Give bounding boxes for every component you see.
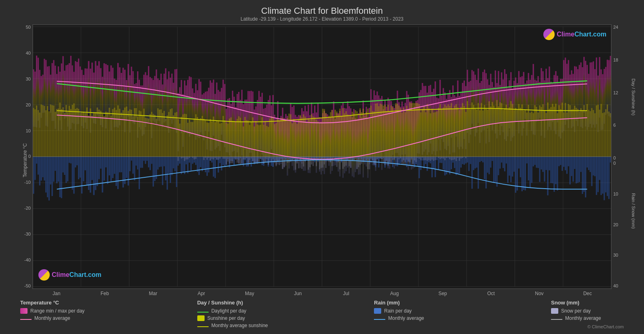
- y-right-tick-r40: 40: [613, 284, 618, 288]
- legend-temperature-title: Temperature °C: [20, 300, 93, 306]
- x-month-aug: Aug: [370, 291, 418, 296]
- y-tick-50: 50: [26, 25, 31, 30]
- legend-snow-swatch: Snow per day: [551, 308, 624, 314]
- legend-rain-avg-line: [374, 319, 385, 320]
- y-tick-m20: -20: [24, 206, 31, 211]
- y-axis-right-label-sunshine: Day / Sunshine (h): [631, 79, 636, 115]
- x-month-jul: Jul: [322, 291, 370, 296]
- legend-rain-swatch: Rain per day: [374, 308, 447, 314]
- chart-logo-topright: ClimeChart.com: [543, 29, 606, 40]
- y-tick-10: 10: [26, 129, 31, 133]
- y-tick-30: 30: [26, 77, 31, 81]
- legend-sunshine-avg-label: Monthly average sunshine: [211, 323, 268, 328]
- x-month-jun: Jun: [274, 291, 322, 296]
- legend-sunshine-avg: Monthly average sunshine: [197, 323, 270, 328]
- x-month-mar: Mar: [129, 291, 177, 296]
- x-month-jan: Jan: [32, 291, 80, 296]
- legend-rain-title: Rain (mm): [374, 300, 447, 306]
- y-right-tick-r0: 0: [613, 161, 616, 166]
- chart-logo-bottomleft: ClimeChart.com: [38, 269, 101, 281]
- x-month-sep: Sep: [418, 291, 467, 296]
- legend-daylight-line: [197, 312, 209, 313]
- legend-daylight: Daylight per day: [197, 308, 270, 314]
- y-right-tick-0: 0: [613, 156, 616, 160]
- legend-rain-swatch-label: Rain per day: [384, 308, 412, 314]
- legend-snow: Snow (mm) Snow per day Monthly average ©…: [551, 300, 624, 330]
- y-right-tick-24: 24: [613, 25, 618, 30]
- y-axis-right-label-rain: Rain / Snow (mm): [631, 193, 636, 229]
- legend-rain: Rain (mm) Rain per day Monthly average: [374, 300, 447, 330]
- y-tick-m30: -30: [24, 232, 31, 236]
- legend-sunshine-swatch: Sunshine per day: [197, 315, 270, 321]
- y-right-tick-r10: 10: [613, 192, 618, 196]
- legend-snow-swatch-box: [551, 308, 558, 314]
- y-tick-20: 20: [26, 103, 31, 107]
- y-right-tick-12: 12: [613, 91, 618, 95]
- logo-icon: [543, 29, 555, 40]
- y-tick-m50: -50: [24, 284, 31, 288]
- y-right-tick-6: 6: [613, 123, 616, 128]
- copyright-area: © ClimeChart.com: [551, 323, 624, 330]
- x-axis: Jan Feb Mar Apr May Jun Jul Aug Sep Oct …: [32, 289, 612, 296]
- legend-sunshine: Day / Sunshine (h) Daylight per day Suns…: [197, 300, 270, 330]
- legend-temp-avg-line: [20, 319, 32, 320]
- chart-title: Climate Chart for Bloemfontein: [261, 6, 383, 16]
- x-month-dec: Dec: [564, 291, 612, 296]
- y-tick-0: 0: [28, 154, 31, 159]
- chart-canvas: ClimeChart.com ClimeChart.com: [32, 24, 612, 289]
- legend-rain-avg-label: Monthly average: [388, 315, 424, 321]
- legend-area: Temperature °C Range min / max per day M…: [8, 296, 636, 330]
- y-tick-m10: -10: [24, 180, 31, 185]
- y-tick-m40: -40: [24, 258, 31, 262]
- y-axis-right: 24 18 12 6 0 0 10 20 30 40 Day / Sunshin…: [612, 24, 636, 296]
- y-axis-left-label: Temperature °C: [22, 143, 28, 177]
- legend-temp-avg: Monthly average: [20, 315, 93, 321]
- legend-temp-avg-label: Monthly average: [34, 315, 70, 321]
- logo-text-topright: ClimeChart.com: [557, 31, 606, 38]
- x-month-may: May: [226, 291, 274, 296]
- legend-rain-avg: Monthly average: [374, 315, 447, 321]
- x-month-feb: Feb: [80, 291, 129, 296]
- legend-snow-title: Snow (mm): [551, 300, 624, 306]
- logo-text-bottomleft: ClimeChart.com: [52, 271, 101, 279]
- legend-sunshine-avg-line: [197, 326, 209, 327]
- legend-sunshine-swatch-label: Sunshine per day: [207, 315, 245, 321]
- logo-icon-bottom: [38, 269, 50, 281]
- legend-snow-avg-line: [551, 319, 562, 320]
- legend-temp-range-label: Range min / max per day: [30, 308, 84, 314]
- legend-temperature: Temperature °C Range min / max per day M…: [20, 300, 93, 330]
- legend-snow-avg-label: Monthly average: [565, 315, 601, 321]
- x-month-nov: Nov: [515, 291, 563, 296]
- chart-center: ClimeChart.com ClimeChart.com Jan Feb Ma…: [32, 24, 612, 296]
- copyright-text: © ClimeChart.com: [587, 324, 624, 329]
- legend-daylight-label: Daylight per day: [211, 308, 247, 314]
- legend-sunshine-title: Day / Sunshine (h): [197, 300, 270, 306]
- y-right-tick-18: 18: [613, 58, 618, 62]
- legend-temp-range: Range min / max per day: [20, 308, 93, 314]
- y-axis-left: Temperature °C 50 40 30 20 10 0 -10 -20 …: [8, 24, 32, 296]
- legend-rain-swatch-box: [374, 308, 381, 314]
- legend-sunshine-swatch-box: [197, 315, 205, 321]
- y-right-tick-r30: 30: [613, 253, 618, 257]
- x-month-oct: Oct: [467, 291, 515, 296]
- legend-snow-swatch-label: Snow per day: [561, 308, 591, 314]
- legend-temp-range-swatch: [20, 308, 27, 314]
- legend-snow-avg: Monthly average: [551, 315, 624, 321]
- y-right-tick-r20: 20: [613, 223, 618, 227]
- chart-subtitle: Latitude -29.139 - Longitude 26.172 - El…: [241, 16, 403, 22]
- x-month-apr: Apr: [177, 291, 225, 296]
- y-tick-40: 40: [26, 51, 31, 55]
